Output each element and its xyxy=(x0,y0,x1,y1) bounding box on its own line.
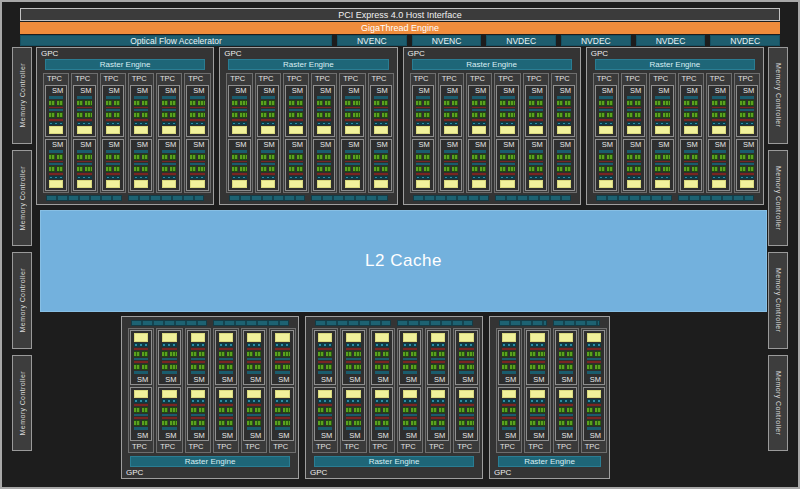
sm-mid-cache-bar xyxy=(431,358,445,360)
sm-mid-cache-bar xyxy=(459,414,473,416)
sm-label: SM xyxy=(500,140,514,149)
sm-label: SM xyxy=(49,86,63,95)
tpc-block: TPCSMSM xyxy=(128,73,154,193)
tpc-label: TPC xyxy=(552,74,576,84)
sm-sfu-dots-bar xyxy=(374,176,388,180)
sm-sfu-dots-bar xyxy=(655,122,669,126)
tpc-block: TPCSMSM xyxy=(312,328,338,453)
core-subblock xyxy=(114,100,120,106)
sm-label: SM xyxy=(374,86,388,95)
sm-core-block xyxy=(77,166,91,172)
sm-tensor-divider xyxy=(190,119,204,121)
sm-mid-cache-bar xyxy=(232,109,246,111)
tpc-label: TPC xyxy=(242,442,266,452)
sm-tensor-divider xyxy=(162,107,176,109)
sm-core-block xyxy=(655,154,669,160)
sm-block: SM xyxy=(313,139,335,191)
tpc-block: TPCSMSM xyxy=(185,328,211,453)
sm-sfu-dots-bar xyxy=(247,399,261,403)
sm-block: SM xyxy=(186,85,208,137)
sm-tensor-divider xyxy=(444,161,458,163)
raster-engine-bar: Raster Engine xyxy=(498,456,601,467)
sm-l1-cache-bar xyxy=(162,150,176,153)
core-subblock xyxy=(49,154,55,160)
core-subblock xyxy=(720,154,726,160)
rop-row xyxy=(596,195,754,201)
core-subblock xyxy=(289,154,295,160)
sm-l1-cache-bar xyxy=(346,371,360,374)
sm-tensor-divider xyxy=(77,119,91,121)
sm-core-block xyxy=(557,112,571,118)
core-subblock xyxy=(269,166,275,172)
core-subblock xyxy=(77,112,83,118)
sm-block: SM xyxy=(412,139,434,191)
sm-sfu-dots-bar xyxy=(191,343,205,347)
core-subblock xyxy=(431,420,437,426)
sm-tensor-divider xyxy=(134,107,148,109)
core-subblock xyxy=(565,166,571,172)
sm-tensor-divider xyxy=(684,161,698,163)
tpc-label: TPC xyxy=(454,442,478,452)
sm-tensor-divider xyxy=(375,404,389,406)
sm-core-block xyxy=(587,420,601,426)
sm-core-block xyxy=(106,154,120,160)
sm-core-block xyxy=(557,166,571,172)
sm-mid-cache-bar xyxy=(502,414,516,416)
sm-rt-core-bar xyxy=(559,390,573,399)
sm-label: SM xyxy=(627,140,641,149)
core-subblock xyxy=(748,100,754,106)
sm-label: SM xyxy=(106,140,120,149)
core-subblock xyxy=(684,154,690,160)
core-subblock xyxy=(444,154,450,160)
sm-mid-cache-bar xyxy=(403,358,417,360)
sm-l1-cache-bar xyxy=(403,371,417,374)
sm-rt-core-bar xyxy=(219,390,233,399)
core-subblock xyxy=(346,364,352,370)
core-subblock xyxy=(354,351,360,357)
sm-l1-cache-bar xyxy=(162,427,176,430)
sm-core-block xyxy=(529,112,543,118)
tpc-block: TPCSMSM xyxy=(100,73,126,193)
core-subblock xyxy=(134,420,140,426)
sm-l1-cache-bar xyxy=(459,371,473,374)
sm-sfu-dots-bar xyxy=(77,122,91,126)
sm-sfu-dots-bar xyxy=(431,343,445,347)
sm-core-block xyxy=(219,420,233,426)
sm-tensor-divider xyxy=(416,161,430,163)
sm-core-block xyxy=(472,100,486,106)
sm-sfu-dots-bar xyxy=(190,176,204,180)
sm-block: SM xyxy=(215,387,237,442)
core-subblock xyxy=(191,420,197,426)
sm-core-block xyxy=(530,420,544,426)
raster-engine-label: Raster Engine xyxy=(283,60,334,69)
sm-label: SM xyxy=(416,86,430,95)
sm-l1-cache-bar xyxy=(530,371,544,374)
core-subblock xyxy=(49,112,55,118)
sm-l1-cache-bar xyxy=(684,96,698,99)
sm-label: SM xyxy=(346,431,360,440)
sm-rt-core-bar xyxy=(49,180,63,188)
sm-core-block xyxy=(655,166,669,172)
core-subblock xyxy=(411,420,417,426)
sm-tensor-divider xyxy=(529,119,543,121)
sm-block: SM xyxy=(583,387,605,442)
core-subblock xyxy=(353,154,359,160)
sm-sfu-dots-bar xyxy=(712,122,726,126)
gpc-block: GPCRaster EngineTPCSMSMTPCSMSMTPCSMSMTPC… xyxy=(305,316,483,479)
core-subblock xyxy=(162,100,168,106)
sm-core-block xyxy=(431,407,445,413)
sm-core-block xyxy=(530,351,544,357)
sm-block: SM xyxy=(342,330,364,385)
sm-sfu-dots-bar xyxy=(530,343,544,347)
sm-mid-cache-bar xyxy=(627,109,641,111)
sm-rt-core-bar xyxy=(502,333,516,342)
core-subblock xyxy=(627,100,633,106)
sm-sfu-dots-bar xyxy=(403,399,417,403)
core-subblock xyxy=(459,351,465,357)
sm-l1-cache-bar xyxy=(77,96,91,99)
sm-mid-cache-bar xyxy=(502,358,516,360)
core-subblock xyxy=(411,407,417,413)
sm-label: SM xyxy=(530,375,544,384)
core-subblock xyxy=(508,166,514,172)
sm-rt-core-bar xyxy=(599,126,613,134)
